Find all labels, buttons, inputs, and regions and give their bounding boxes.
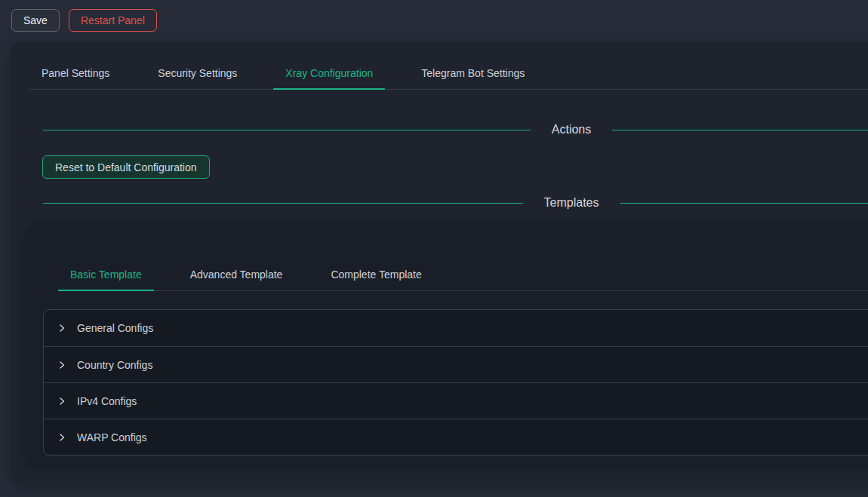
collapse-warp-configs[interactable]: WARP Configs <box>44 419 868 455</box>
save-button[interactable]: Save <box>11 9 60 32</box>
template-tabs: Basic Template Advanced Template Complet… <box>58 258 868 291</box>
config-collapse: General Configs Country Configs IPv4 Con… <box>43 309 868 456</box>
reset-to-default-button[interactable]: Reset to Default Configuration <box>42 155 210 179</box>
chevron-right-icon <box>57 397 66 406</box>
settings-card: Panel Settings Security Settings Xray Co… <box>11 41 868 483</box>
templates-section-title: Templates <box>544 196 599 210</box>
templates-card: Basic Template Advanced Template Complet… <box>26 223 868 465</box>
templates-divider: Templates <box>43 195 868 211</box>
tab-advanced-template[interactable]: Advanced Template <box>178 258 295 290</box>
divider-line-left <box>43 130 531 130</box>
collapse-header-label: Country Configs <box>77 359 152 371</box>
tab-complete-template[interactable]: Complete Template <box>319 258 433 290</box>
tab-panel-settings[interactable]: Panel Settings <box>29 57 122 89</box>
collapse-general-configs[interactable]: General Configs <box>44 310 868 346</box>
collapse-ipv4-configs[interactable]: IPv4 Configs <box>44 382 868 419</box>
chevron-right-icon <box>57 360 66 370</box>
tab-basic-template[interactable]: Basic Template <box>58 258 154 290</box>
chevron-right-icon <box>57 324 66 333</box>
actions-divider: Actions <box>43 121 868 138</box>
settings-tabs: Panel Settings Security Settings Xray Co… <box>29 57 868 90</box>
xray-configuration-panel: Actions Reset to Default Configuration T… <box>11 121 868 465</box>
tab-xray-configuration[interactable]: Xray Configuration <box>273 57 385 89</box>
actions-section-title: Actions <box>552 123 591 137</box>
divider-line-right <box>612 130 868 130</box>
tab-telegram-bot-settings[interactable]: Telegram Bot Settings <box>409 57 537 89</box>
collapse-header-label: IPv4 Configs <box>77 395 137 407</box>
collapse-country-configs[interactable]: Country Configs <box>44 346 868 382</box>
divider-line-left <box>43 203 523 204</box>
tab-security-settings[interactable]: Security Settings <box>146 57 249 89</box>
restart-panel-button[interactable]: Restart Panel <box>69 9 157 32</box>
divider-line-right <box>620 203 868 204</box>
topbar: Save Restart Panel <box>0 0 868 41</box>
collapse-header-label: General Configs <box>77 322 153 334</box>
chevron-right-icon <box>57 433 66 442</box>
collapse-header-label: WARP Configs <box>77 431 147 443</box>
